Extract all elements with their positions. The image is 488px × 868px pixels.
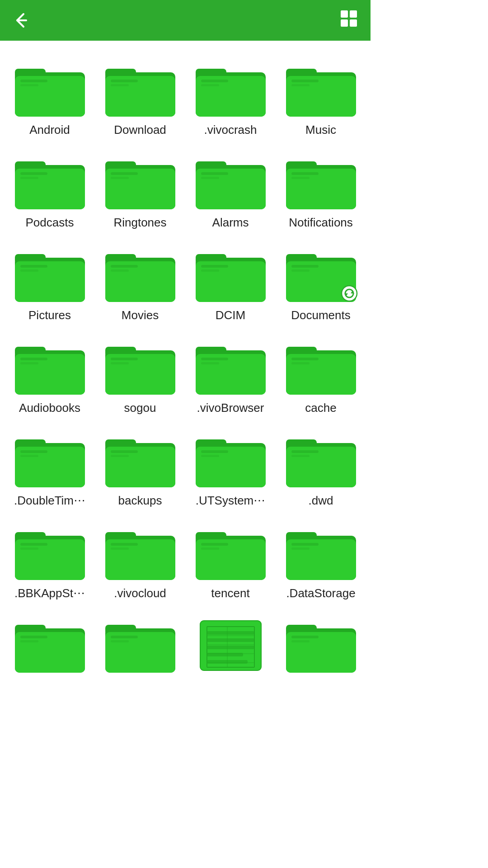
svg-rect-2 — [350, 10, 357, 18]
folder-icon — [286, 155, 356, 209]
svg-rect-13 — [111, 80, 138, 82]
folder-icon — [196, 62, 266, 117]
folder-label: .dwd — [309, 494, 333, 508]
svg-rect-125 — [291, 547, 310, 550]
folder-label: Pictures — [28, 308, 71, 322]
folder-item-notifications[interactable]: Notifications — [276, 147, 366, 240]
folder-item-folder_b[interactable] — [95, 610, 185, 689]
folder-item-sogou[interactable]: sogou — [95, 332, 185, 425]
folder-icon — [15, 155, 85, 209]
file-grid: Android Download .vivocrash — [0, 41, 371, 698]
svg-rect-24 — [291, 84, 310, 86]
svg-rect-70 — [20, 362, 38, 364]
folder-item-pictures[interactable]: Pictures — [5, 240, 95, 332]
svg-rect-75 — [111, 362, 129, 364]
folder-icon — [196, 526, 266, 580]
folder-item-download[interactable]: Download — [95, 54, 185, 147]
folder-label: .DataStorage — [286, 586, 355, 600]
folder-icon — [286, 526, 356, 580]
svg-rect-139 — [207, 638, 254, 642]
folder-icon — [15, 618, 85, 673]
folder-item-cache[interactable]: cache — [276, 332, 366, 425]
folder-item-music[interactable]: Music — [276, 54, 366, 147]
svg-rect-53 — [111, 265, 138, 268]
svg-rect-8 — [20, 80, 47, 82]
svg-rect-99 — [201, 450, 228, 453]
folder-item-backups[interactable]: backups — [95, 425, 185, 518]
folder-label: sogou — [124, 401, 156, 415]
folder-item-vivobrowser[interactable]: .vivoBrowser — [185, 332, 276, 425]
folder-item-doc_file[interactable] — [185, 610, 276, 689]
svg-rect-38 — [201, 172, 228, 175]
svg-rect-129 — [20, 636, 47, 638]
folder-label: tencent — [211, 586, 249, 600]
svg-rect-80 — [201, 362, 219, 364]
folder-item-movies[interactable]: Movies — [95, 240, 185, 332]
svg-rect-84 — [291, 358, 319, 360]
folder-icon — [286, 248, 356, 302]
svg-rect-156 — [291, 640, 310, 642]
folder-icon — [15, 248, 85, 302]
folder-icon — [105, 433, 175, 487]
svg-rect-90 — [20, 455, 38, 457]
svg-rect-3 — [341, 19, 348, 27]
folder-icon — [105, 62, 175, 117]
folder-item-folder_c[interactable] — [276, 610, 366, 689]
svg-rect-4 — [350, 19, 357, 27]
folder-item-vivocloud[interactable]: .vivocloud — [95, 518, 185, 610]
svg-rect-105 — [291, 455, 310, 457]
folder-item-documents[interactable]: Documents — [276, 240, 366, 332]
svg-rect-89 — [20, 450, 47, 453]
folder-item-audiobooks[interactable]: Audiobooks — [5, 332, 95, 425]
folder-item-datastorage[interactable]: .DataStorage — [276, 518, 366, 610]
folder-item-doubletim[interactable]: .DoubleTim⋯ — [5, 425, 95, 518]
svg-rect-94 — [111, 450, 138, 453]
folder-label: .vivocloud — [114, 586, 166, 600]
folder-item-utsystem[interactable]: .UTSystem⋯ — [185, 425, 276, 518]
folder-item-podcasts[interactable]: Podcasts — [5, 147, 95, 240]
folder-icon — [105, 526, 175, 580]
folder-item-alarms[interactable]: Alarms — [185, 147, 276, 240]
folder-item-dwd[interactable]: .dwd — [276, 425, 366, 518]
svg-rect-43 — [291, 172, 319, 175]
folder-item-ringtones[interactable]: Ringtones — [95, 147, 185, 240]
folder-item-android[interactable]: Android — [5, 54, 95, 147]
folder-icon — [15, 526, 85, 580]
folder-label: Notifications — [289, 216, 353, 230]
svg-rect-155 — [291, 636, 319, 638]
folder-icon — [105, 618, 175, 673]
folder-label: Audiobooks — [19, 401, 80, 415]
svg-rect-85 — [291, 362, 310, 364]
grid-view-button[interactable] — [340, 9, 358, 31]
folder-item-tencent[interactable]: tencent — [185, 518, 276, 610]
svg-rect-49 — [20, 269, 38, 272]
folder-icon — [286, 618, 356, 673]
back-button[interactable] — [13, 12, 29, 28]
folder-icon — [286, 433, 356, 487]
folder-icon — [15, 433, 85, 487]
folder-icon — [286, 62, 356, 117]
svg-rect-34 — [111, 177, 129, 179]
folder-label: Android — [29, 123, 70, 137]
svg-rect-39 — [201, 177, 219, 179]
folder-item-folder_a[interactable] — [5, 610, 95, 689]
svg-rect-9 — [20, 84, 38, 86]
folder-icon — [105, 155, 175, 209]
svg-rect-124 — [291, 543, 319, 546]
svg-rect-95 — [111, 455, 129, 457]
folder-icon — [196, 248, 266, 302]
folder-item-bbkappst[interactable]: .BBKAppSt⋯ — [5, 518, 95, 610]
folder-label: backups — [118, 494, 162, 508]
svg-rect-140 — [207, 646, 254, 649]
folder-item-vivocrash[interactable]: .vivocrash — [185, 54, 276, 147]
svg-rect-1 — [341, 10, 348, 18]
svg-rect-44 — [291, 177, 310, 179]
svg-rect-69 — [20, 358, 47, 360]
folder-label: cache — [305, 401, 336, 415]
folder-icon — [105, 340, 175, 395]
svg-rect-29 — [20, 177, 38, 179]
svg-rect-110 — [20, 547, 38, 550]
folder-item-dcim[interactable]: DCIM — [185, 240, 276, 332]
svg-rect-119 — [201, 543, 228, 546]
folder-label: Download — [114, 123, 166, 137]
